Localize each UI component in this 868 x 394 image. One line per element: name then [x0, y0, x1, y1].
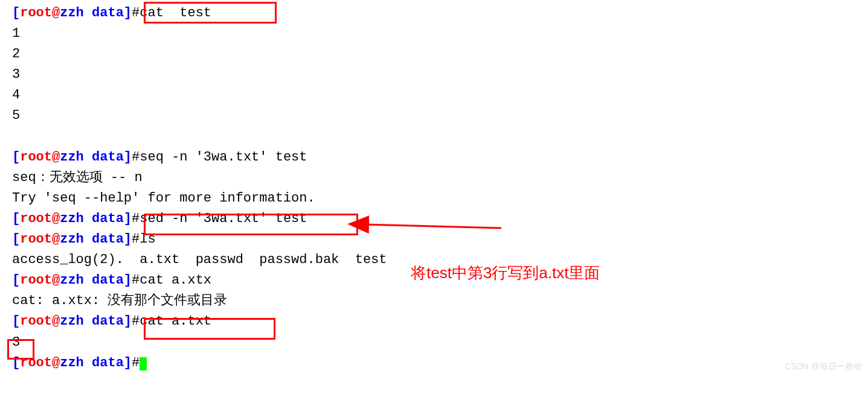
output-text: access_log(2). a.txt passwd passwd.bak t… [12, 252, 387, 267]
terminal-line: 5 [12, 106, 856, 126]
output-text: 5 [12, 108, 20, 123]
output-text: 4 [12, 87, 20, 103]
annotation-text: 将test中第3行写到a.txt里面 [411, 261, 600, 285]
terminal-line: seq：无效选项 -- n [12, 168, 856, 188]
terminal-line [12, 127, 856, 147]
terminal-line: 3 [12, 332, 856, 353]
command-text: ls [140, 232, 155, 247]
command-text: cat a.xtx [140, 273, 211, 288]
terminal-line: [root@zzh data]#cat a.txt [12, 311, 856, 332]
terminal-line: [root@zzh data]#seq -n '3wa.txt' test [12, 147, 856, 168]
cursor [140, 357, 147, 370]
command-text: sed -n '3wa.txt' test [140, 211, 307, 226]
command-text: cat a.txt [140, 314, 211, 329]
output-text: 3 [12, 335, 20, 350]
terminal-line: [root@zzh data]#cat test [12, 3, 856, 24]
terminal-line: 2 [12, 44, 856, 65]
terminal-line: 3 [12, 65, 856, 85]
watermark: CSDN @每日一卷哈 [785, 360, 862, 373]
terminal-line: [root@zzh data]#sed -n '3wa.txt' test [12, 209, 856, 229]
command-text: cat test [140, 5, 211, 21]
output-text: 2 [12, 46, 20, 62]
terminal-line: cat: a.xtx: 没有那个文件或目录 [12, 291, 856, 311]
output-text: 1 [12, 26, 20, 41]
output-text: seq：无效选项 -- n [12, 170, 143, 185]
terminal-line: [root@zzh data]#ls [12, 229, 856, 250]
terminal-line: 4 [12, 85, 856, 106]
terminal-line: 1 [12, 24, 856, 44]
terminal-line: Try 'seq --help' for more information. [12, 188, 856, 209]
terminal-line: [root@zzh data]# [12, 353, 856, 373]
output-text [12, 129, 20, 144]
command-text: seq -n '3wa.txt' test [140, 150, 307, 165]
output-text: cat: a.xtx: 没有那个文件或目录 [12, 293, 227, 308]
terminal-output: [root@zzh data]#cat test12345 [root@zzh … [12, 3, 856, 373]
output-text: Try 'seq --help' for more information. [12, 191, 315, 206]
output-text: 3 [12, 67, 20, 82]
